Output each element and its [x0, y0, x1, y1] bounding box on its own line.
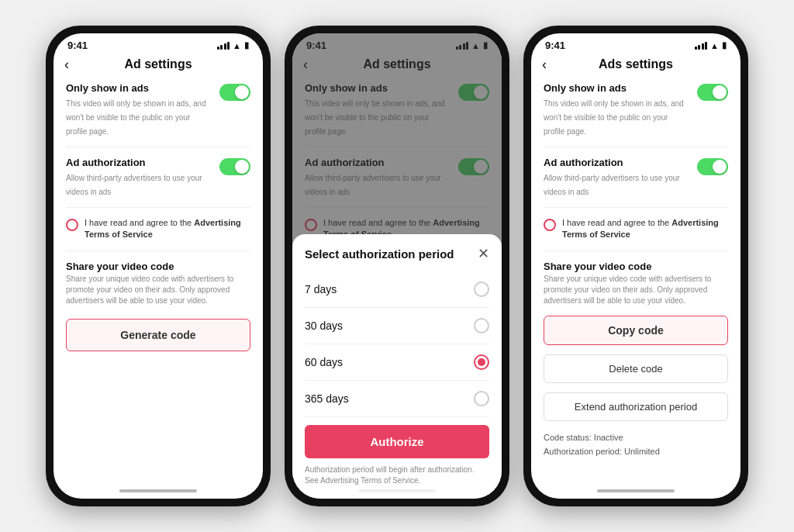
- copy-code-button[interactable]: Copy code: [544, 316, 728, 345]
- only-show-toggle[interactable]: [219, 84, 250, 101]
- status-bar-3: 9:41 ▲ ▮: [531, 33, 740, 54]
- phone-3: 9:41 ▲ ▮ ‹ Ads settings: [523, 26, 748, 506]
- battery-icon-3: ▮: [722, 40, 727, 50]
- status-icons-3: ▲ ▮: [695, 40, 727, 50]
- share-section: Share your video code Share your unique …: [66, 261, 250, 306]
- phone-2-screen: 9:41 ▲ ▮ ‹ Ad settings: [292, 33, 502, 499]
- home-indicator-3: [597, 489, 675, 492]
- phone-3-screen: 9:41 ▲ ▮ ‹ Ads settings: [531, 33, 740, 499]
- ad-auth-toggle-3[interactable]: [697, 158, 728, 175]
- nav-bar-3: ‹ Ads settings: [531, 54, 740, 76]
- home-indicator-1: [119, 489, 197, 492]
- radio-365days[interactable]: [474, 391, 489, 406]
- home-indicator-2: [358, 489, 436, 492]
- only-show-label: Only show in ads: [66, 82, 213, 94]
- terms-text: I have read and agree to the Advertising…: [85, 217, 250, 241]
- terms-checkbox-3[interactable]: [544, 219, 556, 231]
- phone-1: 9:41 ▲ ▮ ‹ Ad settings: [46, 26, 271, 506]
- nav-bar-1: ‹ Ad settings: [54, 54, 263, 76]
- radio-30days[interactable]: [474, 318, 489, 333]
- auth-period-modal: Select authorization period ✕ 7 days 30 …: [292, 234, 502, 499]
- share-desc: Share your unique video code with advert…: [66, 274, 250, 306]
- option-60days-label: 60 days: [305, 356, 343, 368]
- share-title-3: Share your video code: [544, 261, 728, 272]
- ad-auth-label: Ad authorization: [66, 157, 213, 168]
- ad-auth-row-3: Ad authorization Allow third-party adver…: [544, 157, 728, 198]
- ad-auth-toggle[interactable]: [219, 158, 250, 175]
- option-30days-label: 30 days: [305, 320, 343, 332]
- ad-auth-label-3: Ad authorization: [544, 157, 691, 168]
- divider-1a: [66, 147, 250, 147]
- modal-title: Select authorization period: [305, 247, 454, 261]
- back-button-3[interactable]: ‹: [542, 57, 547, 71]
- modal-close-button[interactable]: ✕: [478, 247, 489, 261]
- screen-content-1: Only show in ads This video will only be…: [54, 76, 263, 485]
- share-title: Share your video code: [66, 261, 250, 272]
- divider-1c: [66, 250, 250, 251]
- status-bar-1: 9:41 ▲ ▮: [54, 33, 263, 54]
- status-icons-1: ▲ ▮: [217, 40, 249, 50]
- ad-auth-row: Ad authorization Allow third-party adver…: [66, 157, 250, 198]
- option-7days-label: 7 days: [305, 283, 337, 295]
- share-desc-3: Share your unique video code with advert…: [544, 274, 728, 306]
- code-status-label: Code status:: [544, 433, 592, 442]
- nav-title-1: Ad settings: [124, 57, 192, 71]
- auth-period-label: Authorization period:: [544, 447, 622, 456]
- time-1: 9:41: [67, 40, 88, 51]
- only-show-row-3: Only show in ads This video will only be…: [544, 82, 728, 137]
- auth-period-value: Unlimited: [624, 447, 660, 456]
- ad-auth-desc-3: Allow third-party advertisers to use you…: [544, 174, 680, 196]
- share-section-3: Share your video code Share your unique …: [544, 261, 728, 306]
- modal-header: Select authorization period ✕: [305, 247, 489, 261]
- only-show-toggle-3[interactable]: [697, 84, 728, 101]
- generate-code-button[interactable]: Generate code: [66, 319, 250, 351]
- radio-7days[interactable]: [474, 282, 489, 297]
- ad-auth-desc: Allow third-party advertisers to use you…: [66, 174, 202, 196]
- terms-checkbox-row: I have read and agree to the Advertising…: [66, 217, 250, 241]
- phone-1-screen: 9:41 ▲ ▮ ‹ Ad settings: [54, 33, 263, 499]
- nav-title-3: Ads settings: [599, 57, 673, 71]
- terms-text-3: I have read and agree to the Advertising…: [562, 217, 728, 241]
- option-30days[interactable]: 30 days: [305, 308, 489, 344]
- only-show-desc-3: This video will only be shown in ads, an…: [544, 99, 684, 136]
- only-show-in-ads-row: Only show in ads This video will only be…: [66, 82, 250, 137]
- wifi-icon-1: ▲: [233, 41, 241, 50]
- extend-auth-button[interactable]: Extend authorization period: [544, 392, 728, 421]
- time-3: 9:41: [545, 40, 565, 51]
- modal-footer-text: Authorization period will begin after au…: [305, 465, 489, 486]
- only-show-desc: This video will only be shown in ads, an…: [66, 99, 206, 136]
- terms-checkbox[interactable]: [66, 219, 78, 231]
- radio-60days[interactable]: [474, 354, 489, 370]
- battery-icon-1: ▮: [244, 40, 249, 50]
- option-365days-label: 365 days: [305, 392, 349, 405]
- option-60days[interactable]: 60 days: [305, 344, 489, 381]
- code-status-value: Inactive: [594, 433, 623, 442]
- option-7days[interactable]: 7 days: [305, 271, 489, 308]
- authorize-button[interactable]: Authorize: [305, 425, 489, 458]
- divider-1b: [66, 207, 250, 208]
- wifi-icon-3: ▲: [710, 41, 719, 50]
- back-button-1[interactable]: ‹: [64, 57, 69, 71]
- terms-checkbox-row-3: I have read and agree to the Advertising…: [544, 217, 728, 241]
- phones-container: 9:41 ▲ ▮ ‹ Ad settings: [30, 10, 764, 522]
- option-365days[interactable]: 365 days: [305, 381, 489, 417]
- screen-content-3: Only show in ads This video will only be…: [531, 76, 740, 485]
- only-show-label-3: Only show in ads: [544, 82, 691, 94]
- code-status-info: Code status: Inactive Authorization peri…: [544, 430, 728, 459]
- delete-code-button[interactable]: Delete code: [544, 354, 728, 383]
- signal-icon-1: [217, 42, 230, 50]
- signal-icon-3: [695, 42, 708, 50]
- phone-2: 9:41 ▲ ▮ ‹ Ad settings: [285, 26, 509, 506]
